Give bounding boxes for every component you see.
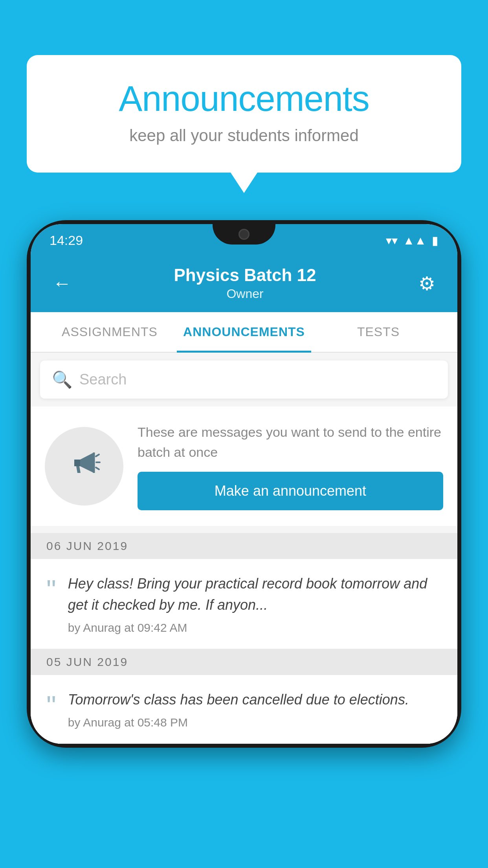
tab-announcements[interactable]: ANNOUNCEMENTS [177, 312, 311, 352]
quote-icon-1: " [46, 576, 56, 604]
bubble-subtitle: keep all your students informed [58, 126, 430, 145]
phone-wrapper: 14:29 ▾▾ ▲▲ ▮ ← Physics Batch 12 Owner ⚙ [27, 220, 461, 868]
tab-tests[interactable]: TESTS [311, 312, 446, 352]
signal-icon: ▲▲ [403, 234, 426, 247]
announcement-content-2: Tomorrow's class has been cancelled due … [68, 689, 409, 729]
announcement-item-1[interactable]: " Hey class! Bring your practical record… [31, 559, 457, 649]
app-bar-subtitle: Owner [174, 287, 316, 301]
search-icon: 🔍 [52, 370, 72, 389]
search-bar[interactable]: 🔍 Search [40, 360, 448, 399]
promo-icon-circle [45, 427, 123, 506]
battery-icon: ▮ [432, 234, 438, 247]
svg-line-2 [96, 454, 99, 456]
announcement-meta-2: by Anurag at 05:48 PM [68, 716, 409, 729]
notch [213, 224, 275, 245]
search-placeholder: Search [79, 371, 127, 388]
megaphone-icon [66, 445, 102, 488]
app-bar: ← Physics Batch 12 Owner ⚙ [31, 254, 457, 312]
content-area: 🔍 Search [31, 360, 457, 744]
camera-notch [238, 229, 250, 240]
promo-description: These are messages you want to send to t… [138, 422, 443, 462]
phone-screen: 14:29 ▾▾ ▲▲ ▮ ← Physics Batch 12 Owner ⚙ [31, 224, 457, 744]
make-announcement-button[interactable]: Make an announcement [138, 472, 443, 510]
phone-mockup: 14:29 ▾▾ ▲▲ ▮ ← Physics Batch 12 Owner ⚙ [27, 220, 461, 748]
bubble-title: Announcements [58, 79, 430, 119]
back-button[interactable]: ← [50, 269, 75, 297]
promo-right: These are messages you want to send to t… [138, 422, 443, 510]
app-bar-title: Physics Batch 12 [174, 265, 316, 285]
speech-bubble: Announcements keep all your students inf… [27, 55, 461, 173]
announcement-item-2[interactable]: " Tomorrow's class has been cancelled du… [31, 675, 457, 744]
status-bar: 14:29 ▾▾ ▲▲ ▮ [31, 224, 457, 254]
status-time: 14:29 [50, 233, 83, 248]
announcement-text-1: Hey class! Bring your practical record b… [68, 573, 442, 616]
svg-line-4 [96, 467, 99, 469]
tab-assignments[interactable]: ASSIGNMENTS [42, 312, 177, 352]
date-divider-2: 05 JUN 2019 [31, 649, 457, 675]
quote-icon-2: " [46, 692, 56, 720]
status-icons: ▾▾ ▲▲ ▮ [386, 234, 438, 247]
svg-rect-0 [74, 460, 80, 466]
tabs-bar: ASSIGNMENTS ANNOUNCEMENTS TESTS [31, 312, 457, 353]
announcement-content-1: Hey class! Bring your practical record b… [68, 573, 442, 634]
app-bar-center: Physics Batch 12 Owner [174, 265, 316, 301]
announcement-text-2: Tomorrow's class has been cancelled due … [68, 689, 409, 710]
settings-button[interactable]: ⚙ [415, 269, 438, 298]
speech-bubble-area: Announcements keep all your students inf… [27, 55, 461, 173]
date-divider-1: 06 JUN 2019 [31, 533, 457, 559]
announcement-meta-1: by Anurag at 09:42 AM [68, 621, 442, 634]
promo-block: These are messages you want to send to t… [31, 406, 457, 526]
wifi-icon: ▾▾ [386, 234, 398, 247]
